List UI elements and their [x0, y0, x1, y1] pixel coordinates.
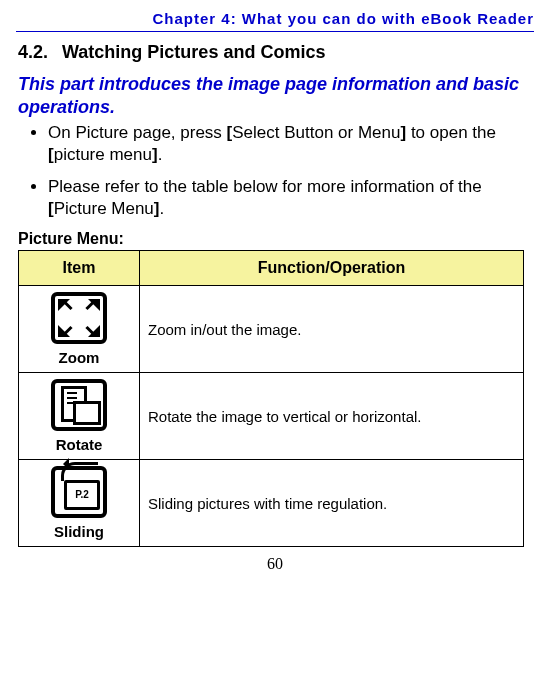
col-header-function: Function/Operation: [140, 251, 524, 286]
picture-menu-table: Item Function/Operation Zoom Zoom in/out…: [18, 250, 524, 547]
text: .: [158, 145, 163, 164]
instruction-item: Please refer to the table below for more…: [48, 176, 532, 220]
desc-cell: Sliding pictures with time regulation.: [140, 460, 524, 547]
table-row: Rotate Rotate the image to vertical or h…: [19, 373, 524, 460]
page-content: 4.2.Watching Pictures and Comics This pa…: [0, 42, 550, 547]
desc-cell: Rotate the image to vertical or horizont…: [140, 373, 524, 460]
instruction-item: On Picture page, press [Select Button or…: [48, 122, 532, 166]
text: .: [160, 199, 165, 218]
text: to open the: [406, 123, 496, 142]
intro-text: This part introduces the image page info…: [18, 73, 532, 118]
instruction-list: On Picture page, press [Select Button or…: [18, 122, 532, 220]
menu-name: picture menu: [54, 145, 152, 164]
table-header-row: Item Function/Operation: [19, 251, 524, 286]
col-header-item: Item: [19, 251, 140, 286]
text: Please refer to the table below for more…: [48, 177, 482, 196]
section-title: 4.2.Watching Pictures and Comics: [18, 42, 532, 63]
item-cell-sliding: P.2 Sliding: [19, 460, 140, 547]
button-name: Select Button or Menu: [232, 123, 400, 142]
header-rule: [16, 31, 534, 32]
section-number: 4.2.: [18, 42, 48, 62]
section-heading: Watching Pictures and Comics: [62, 42, 325, 62]
item-label: Rotate: [56, 436, 103, 453]
item-label: Sliding: [54, 523, 104, 540]
table-row: P.2 Sliding Sliding pictures with time r…: [19, 460, 524, 547]
table-row: Zoom Zoom in/out the image.: [19, 286, 524, 373]
page-number: 60: [0, 555, 550, 573]
item-cell-zoom: Zoom: [19, 286, 140, 373]
table-title: Picture Menu:: [18, 230, 532, 248]
rotate-icon: [51, 379, 107, 431]
chapter-header: Chapter 4: What you can do with eBook Re…: [0, 0, 550, 29]
menu-name: Picture Menu: [54, 199, 154, 218]
desc-cell: Zoom in/out the image.: [140, 286, 524, 373]
sliding-icon: P.2: [51, 466, 107, 518]
item-label: Zoom: [59, 349, 100, 366]
slide-page-label: P.2: [64, 480, 100, 510]
item-cell-rotate: Rotate: [19, 373, 140, 460]
zoom-icon: [51, 292, 107, 344]
text: On Picture page, press: [48, 123, 227, 142]
